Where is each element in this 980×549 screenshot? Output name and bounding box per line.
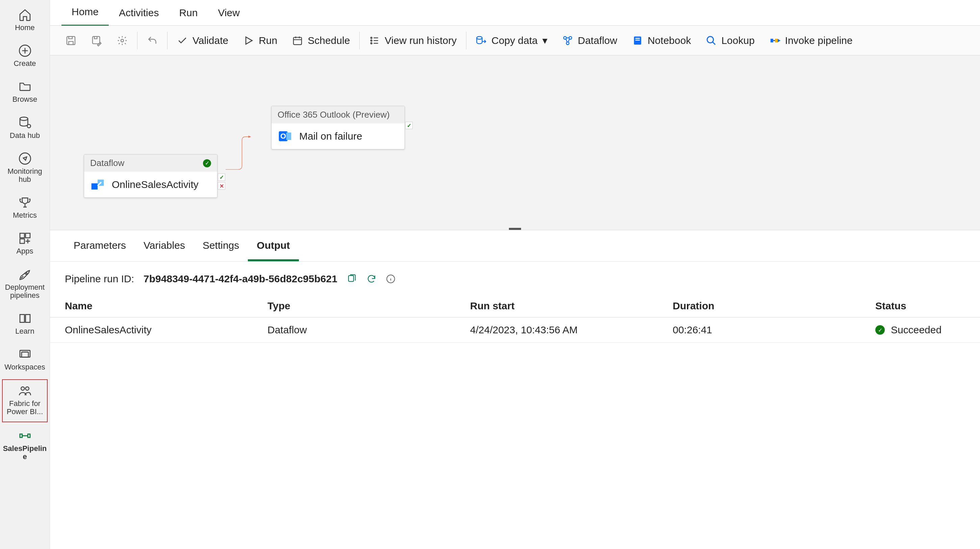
- view-run-history-button[interactable]: View run history: [362, 26, 464, 56]
- search-icon: [706, 35, 717, 46]
- svg-rect-6: [20, 239, 24, 243]
- ribbon-toolbar: Validate Run Schedule View run history C…: [50, 26, 980, 56]
- run-button[interactable]: Run: [236, 26, 285, 56]
- detail-tab-output[interactable]: Output: [248, 230, 299, 261]
- workspaces-icon: [18, 348, 32, 361]
- svg-rect-31: [92, 183, 98, 189]
- output-table: Name Type Run start Duration Status Onli…: [50, 295, 980, 343]
- rail-salespipeline[interactable]: SalesPipelin e: [0, 424, 49, 468]
- col-run-start: Run start: [455, 295, 658, 318]
- rail-learn[interactable]: Learn: [0, 306, 49, 342]
- tab-activities[interactable]: Activities: [109, 0, 169, 26]
- copy-data-icon: [476, 35, 487, 46]
- run-label: Run: [259, 35, 277, 46]
- invoke-pipeline-label: Invoke pipeline: [785, 35, 853, 46]
- rail-datahub-label: Data hub: [10, 131, 40, 140]
- success-icon: [875, 325, 885, 335]
- rail-workspaces[interactable]: Workspaces: [0, 342, 49, 378]
- svg-rect-26: [635, 38, 640, 39]
- success-icon: [203, 159, 211, 168]
- status-text: Succeeded: [891, 324, 942, 336]
- save-as-button[interactable]: [84, 26, 110, 56]
- info-icon[interactable]: [386, 274, 395, 284]
- detail-tab-variables[interactable]: Variables: [135, 230, 194, 261]
- cell-run-start: 4/24/2023, 10:43:56 AM: [455, 318, 658, 343]
- activity-dataflow-type: Dataflow: [90, 158, 124, 168]
- rail-metrics-label: Metrics: [13, 211, 37, 219]
- svg-point-16: [121, 39, 124, 42]
- port-failure[interactable]: ✕: [218, 182, 225, 190]
- compass-icon: [18, 152, 32, 165]
- tab-home[interactable]: Home: [62, 0, 109, 27]
- port-success[interactable]: ✓: [405, 122, 413, 129]
- svg-rect-9: [22, 352, 29, 357]
- detail-tab-bar: Parameters Variables Settings Output: [50, 230, 980, 262]
- trophy-icon: [18, 196, 32, 209]
- activity-outlook[interactable]: Office 365 Outlook (Preview) O Mail on f…: [271, 106, 405, 149]
- rail-metrics[interactable]: Metrics: [0, 190, 49, 226]
- apps-icon: [18, 231, 32, 245]
- left-nav-rail: Home Create Browse Data hub Monitoring h…: [0, 0, 50, 549]
- activity-outlook-header: Office 365 Outlook (Preview): [272, 106, 404, 123]
- rail-create[interactable]: Create: [0, 38, 49, 74]
- rocket-icon: [18, 268, 32, 281]
- settings-button[interactable]: [110, 26, 135, 56]
- svg-rect-27: [635, 40, 640, 41]
- rail-workspaces-label: Workspaces: [5, 363, 45, 371]
- validate-button[interactable]: Validate: [170, 26, 236, 56]
- port-success[interactable]: ✓: [218, 174, 225, 181]
- save-icon: [65, 35, 76, 46]
- rail-salespipeline-label: SalesPipelin e: [2, 445, 48, 461]
- activity-dataflow-name: OnlineSalesActivity: [112, 179, 199, 190]
- invoke-pipeline-button[interactable]: Invoke pipeline: [762, 26, 860, 56]
- refresh-icon[interactable]: [366, 274, 377, 284]
- save-button[interactable]: [58, 26, 84, 56]
- tab-view[interactable]: View: [208, 0, 250, 26]
- col-status: Status: [861, 295, 980, 318]
- top-tab-bar: Home Activities Run View: [50, 0, 980, 26]
- svg-point-21: [477, 37, 482, 39]
- svg-rect-14: [67, 37, 75, 45]
- tab-run[interactable]: Run: [169, 0, 208, 26]
- run-id-value: 7b948349-4471-42f4-a49b-56d82c95b621: [143, 273, 337, 285]
- schedule-button[interactable]: Schedule: [285, 26, 357, 56]
- gear-icon: [117, 35, 128, 46]
- cell-duration: 00:26:41: [658, 318, 861, 343]
- ribbon-separator: [359, 32, 360, 49]
- notebook-button[interactable]: Notebook: [625, 26, 698, 56]
- rail-fabric-powerbi[interactable]: Fabric for Power BI...: [2, 379, 48, 422]
- folder-icon: [18, 80, 32, 93]
- rail-home[interactable]: Home: [0, 3, 49, 38]
- pipeline-canvas[interactable]: Dataflow OnlineSalesActivity ✓ ✕ Office …: [50, 56, 980, 230]
- svg-point-3: [19, 153, 30, 164]
- copy-data-button[interactable]: Copy data ▾: [468, 26, 555, 56]
- activity-dataflow-ports: ✓ ✕: [218, 174, 225, 190]
- table-row[interactable]: OnlineSalesActivity Dataflow 4/24/2023, …: [50, 318, 980, 343]
- lookup-button[interactable]: Lookup: [698, 26, 762, 56]
- notebook-icon: [632, 35, 643, 46]
- rail-browse[interactable]: Browse: [0, 74, 49, 110]
- svg-rect-4: [20, 233, 24, 238]
- svg-point-11: [25, 387, 29, 391]
- activity-dataflow-header: Dataflow: [84, 155, 217, 172]
- col-name: Name: [50, 295, 253, 318]
- undo-button[interactable]: [140, 26, 165, 56]
- rail-apps-label: Apps: [16, 247, 33, 255]
- rail-apps[interactable]: Apps: [0, 226, 49, 262]
- copy-icon[interactable]: [347, 274, 357, 284]
- rail-deployment[interactable]: Deployment pipelines: [0, 262, 49, 306]
- dataflow-icon: [562, 35, 573, 46]
- rail-monitoring[interactable]: Monitoring hub: [0, 146, 49, 190]
- detail-tab-settings[interactable]: Settings: [194, 230, 248, 261]
- plus-circle-icon: [18, 44, 32, 57]
- detail-tab-parameters[interactable]: Parameters: [65, 230, 135, 261]
- rail-datahub[interactable]: Data hub: [0, 110, 49, 146]
- validate-label: Validate: [192, 35, 228, 46]
- activity-outlook-ports: ✓: [405, 122, 413, 129]
- ribbon-separator: [466, 32, 466, 49]
- activity-dataflow[interactable]: Dataflow OnlineSalesActivity ✓ ✕: [84, 154, 218, 198]
- book-icon: [18, 312, 32, 325]
- svg-rect-17: [293, 37, 302, 44]
- dataflow-label: Dataflow: [578, 35, 617, 46]
- dataflow-button[interactable]: Dataflow: [555, 26, 625, 56]
